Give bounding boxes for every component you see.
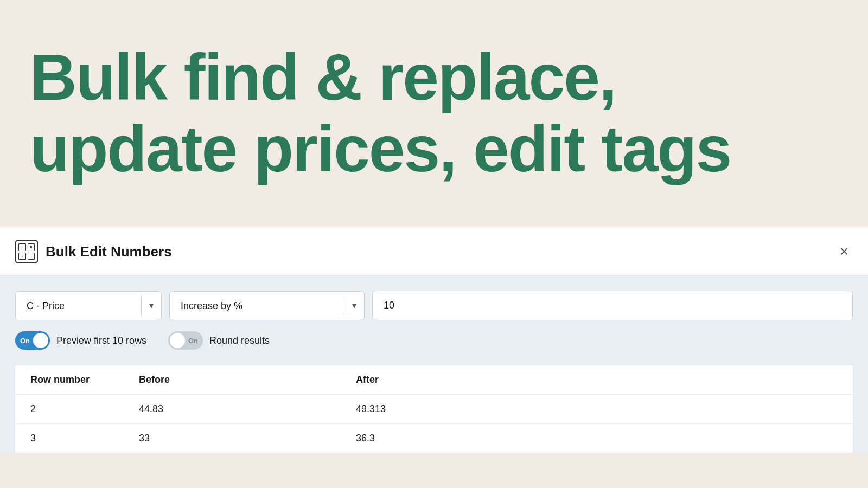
hero-title-line2: update prices, edit tags — [30, 113, 731, 184]
round-toggle-description: Round results — [209, 335, 270, 346]
operation-select[interactable]: Increase by % Decrease by % Set to Incre… — [170, 292, 344, 320]
preview-toggle-label: On — [20, 337, 30, 345]
cell-row-number-0: 2 — [30, 403, 139, 415]
close-button[interactable]: × — [835, 242, 853, 261]
cell-before-1: 33 — [139, 433, 356, 444]
preview-toggle-description: Preview first 10 rows — [56, 335, 146, 346]
modal-section: ÷ × + − Bulk Edit Numbers × C - Price A … — [0, 228, 868, 453]
cell-after-0: 49.313 — [356, 403, 838, 415]
col-header-row-number: Row number — [30, 374, 139, 386]
column-select-wrapper: C - Price A - Cost B - Compare Price ▾ — [15, 291, 162, 320]
cell-row-number-1: 3 — [30, 433, 139, 444]
icon-cell-3: + — [18, 253, 26, 260]
hero-title: Bulk find & replace, update prices, edit… — [30, 41, 731, 184]
operation-select-wrapper: Increase by % Decrease by % Set to Incre… — [169, 291, 365, 320]
column-select[interactable]: C - Price A - Cost B - Compare Price — [16, 292, 141, 320]
preview-toggle-knob — [33, 333, 48, 348]
icon-cell-1: ÷ — [18, 243, 26, 251]
preview-table: Row number Before After 2 44.83 49.313 3… — [15, 365, 853, 453]
table-row: 2 44.83 49.313 — [15, 394, 853, 423]
hero-section: Bulk find & replace, update prices, edit… — [0, 0, 868, 228]
cell-after-1: 36.3 — [356, 433, 838, 444]
modal-body: C - Price A - Cost B - Compare Price ▾ I… — [0, 275, 868, 453]
column-select-chevron: ▾ — [142, 292, 161, 320]
col-header-after: After — [356, 374, 838, 386]
table-row: 3 33 36.3 — [15, 423, 853, 453]
modal-title: Bulk Edit Numbers — [46, 243, 172, 260]
icon-cell-2: × — [28, 243, 35, 251]
icon-cell-4: − — [28, 253, 35, 260]
value-input[interactable] — [372, 291, 853, 320]
round-toggle[interactable]: On — [168, 331, 203, 350]
bulk-edit-icon: ÷ × + − — [15, 240, 38, 263]
table-header-row: Row number Before After — [15, 365, 853, 394]
preview-toggle[interactable]: On — [15, 331, 50, 350]
controls-row: C - Price A - Cost B - Compare Price ▾ I… — [15, 291, 853, 320]
preview-toggle-group: On Preview first 10 rows — [15, 331, 146, 350]
col-header-before: Before — [139, 374, 356, 386]
cell-before-0: 44.83 — [139, 403, 356, 415]
operation-select-chevron: ▾ — [344, 292, 364, 320]
toggles-row: On Preview first 10 rows On Round result… — [15, 331, 853, 350]
modal-header: ÷ × + − Bulk Edit Numbers × — [0, 228, 868, 275]
round-toggle-group: On Round results — [168, 331, 270, 350]
round-toggle-knob — [170, 333, 185, 348]
round-toggle-label: On — [188, 337, 198, 345]
modal-header-left: ÷ × + − Bulk Edit Numbers — [15, 240, 172, 263]
hero-title-line1: Bulk find & replace, — [30, 41, 731, 113]
